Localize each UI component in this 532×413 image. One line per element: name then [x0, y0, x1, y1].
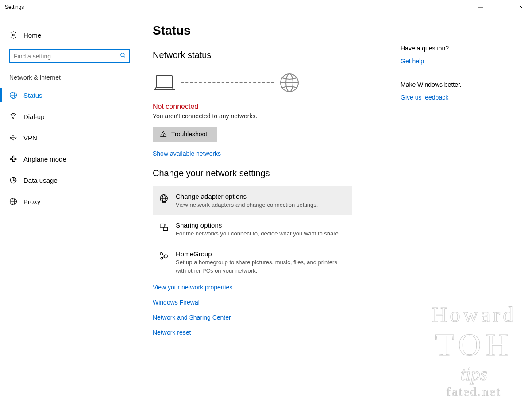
adapter-icon: [159, 193, 169, 203]
sharing-center-link[interactable]: Network and Sharing Center: [153, 314, 401, 321]
svg-rect-31: [163, 227, 167, 230]
connection-description: You aren't connected to any networks.: [153, 112, 401, 120]
svg-point-10: [13, 117, 14, 119]
sidebar-item-label: Dial-up: [23, 113, 45, 120]
feedback-title: Make Windows better.: [401, 81, 518, 88]
datausage-icon: [9, 176, 17, 184]
connection-line: [181, 82, 274, 83]
sidebar-item-label: Proxy: [23, 198, 40, 205]
main-content: Status Network status Not connected You …: [139, 14, 532, 413]
sidebar-item-label: Status: [23, 92, 42, 99]
sharing-icon: [159, 222, 169, 232]
option-adapter[interactable]: Change adapter options View network adap…: [153, 186, 352, 215]
troubleshoot-label: Troubleshoot: [171, 131, 207, 138]
option-desc: Set up a homegroup to share pictures, mu…: [176, 259, 346, 274]
sidebar-item-dialup[interactable]: Dial-up: [0, 106, 139, 127]
svg-point-15: [13, 139, 14, 140]
laptop-icon: [153, 74, 176, 92]
view-properties-link[interactable]: View your network properties: [153, 284, 401, 291]
globe-large-icon: [279, 73, 300, 93]
svg-rect-30: [160, 224, 164, 227]
titlebar: Settings: [0, 0, 532, 14]
network-reset-link[interactable]: Network reset: [153, 329, 401, 336]
svg-point-12: [15, 137, 16, 139]
svg-point-4: [12, 34, 15, 36]
homegroup-icon: [159, 251, 169, 261]
window-title: Settings: [5, 4, 470, 10]
change-settings-heading: Change your network settings: [153, 168, 401, 178]
sidebar-item-status[interactable]: Status: [0, 85, 139, 106]
search-input[interactable]: [9, 49, 130, 63]
option-homegroup[interactable]: HomeGroup Set up a homegroup to share pi…: [153, 244, 352, 281]
close-button[interactable]: [511, 0, 532, 14]
svg-rect-20: [156, 76, 172, 87]
window-controls: [470, 0, 532, 14]
get-help-link[interactable]: Get help: [401, 58, 424, 65]
sidebar-item-vpn[interactable]: VPN: [0, 127, 139, 148]
sidebar-item-airplane[interactable]: Airplane mode: [0, 148, 139, 170]
sidebar-item-datausage[interactable]: Data usage: [0, 170, 139, 191]
firewall-link[interactable]: Windows Firewall: [153, 299, 401, 306]
option-desc: For the networks you connect to, decide …: [176, 230, 346, 238]
sidebar-item-label: Airplane mode: [23, 155, 66, 163]
gear-icon: [9, 31, 17, 39]
question-title: Have a question?: [401, 45, 518, 52]
feedback-link[interactable]: Give us feedback: [401, 94, 448, 101]
show-networks-link[interactable]: Show available networks: [153, 150, 221, 157]
svg-line-6: [124, 56, 125, 58]
svg-line-36: [162, 257, 164, 258]
sidebar: Home Network & Internet Status Dial-up V…: [0, 14, 139, 413]
svg-point-32: [160, 253, 163, 255]
network-status-heading: Network status: [153, 50, 401, 60]
maximize-button[interactable]: [491, 0, 511, 14]
sidebar-item-label: VPN: [23, 134, 37, 142]
connection-state: Not connected: [153, 103, 401, 111]
globe-icon: [9, 91, 17, 99]
troubleshoot-button[interactable]: Troubleshoot: [153, 127, 217, 142]
home-nav[interactable]: Home: [0, 25, 139, 45]
option-title: HomeGroup: [176, 250, 346, 258]
search-icon: [120, 52, 126, 60]
svg-point-25: [163, 135, 163, 136]
svg-rect-1: [499, 5, 503, 9]
option-title: Change adapter options: [176, 193, 346, 200]
proxy-icon: [9, 197, 17, 205]
option-desc: View network adapters and change connect…: [176, 201, 346, 209]
svg-point-11: [10, 137, 12, 139]
home-label: Home: [23, 31, 41, 39]
network-diagram: [153, 66, 401, 103]
vpn-icon: [9, 134, 17, 142]
option-title: Sharing options: [176, 221, 346, 229]
right-pane: Have a question? Get help Make Windows b…: [401, 23, 518, 413]
sidebar-item-label: Data usage: [23, 177, 58, 184]
page-title: Status: [153, 23, 401, 38]
dialup-icon: [9, 112, 17, 120]
svg-line-35: [162, 255, 164, 256]
svg-point-33: [164, 255, 167, 258]
sidebar-section-header: Network & Internet: [0, 69, 139, 85]
option-sharing[interactable]: Sharing options For the networks you con…: [153, 215, 352, 244]
warning-icon: [160, 131, 167, 138]
sidebar-item-proxy[interactable]: Proxy: [0, 191, 139, 212]
airplane-icon: [9, 155, 17, 163]
svg-point-14: [13, 135, 14, 136]
minimize-button[interactable]: [470, 0, 491, 14]
svg-point-5: [121, 53, 124, 57]
